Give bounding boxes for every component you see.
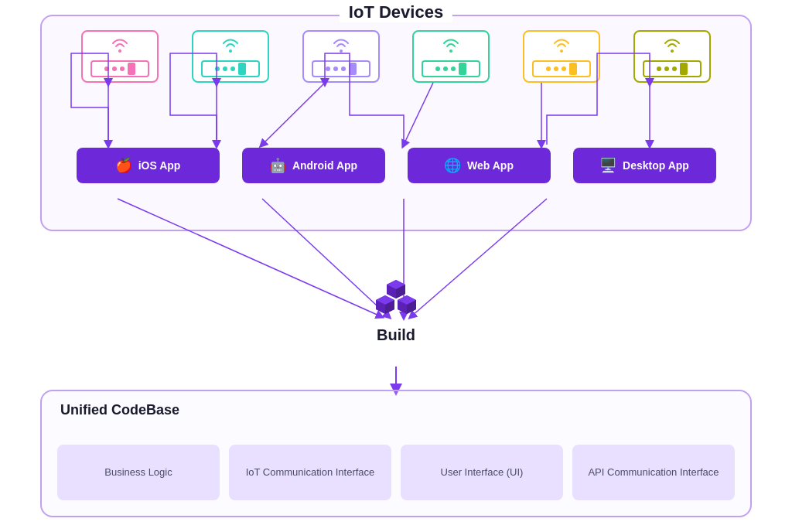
svg-point-4 bbox=[560, 49, 563, 53]
svg-point-3 bbox=[449, 49, 452, 53]
android-app-button[interactable]: 🤖 Android App bbox=[242, 148, 385, 183]
desktop-app-label: Desktop App bbox=[623, 159, 689, 172]
build-section: Build bbox=[371, 274, 421, 344]
device-body-2 bbox=[201, 60, 260, 77]
web-app-label: Web App bbox=[467, 159, 514, 172]
wifi-icon-3 bbox=[329, 36, 353, 57]
svg-point-0 bbox=[118, 49, 121, 53]
apps-row: 🍎 iOS App 🤖 Android App 🌐 Web App 🖥️ Des… bbox=[65, 148, 727, 183]
svg-point-1 bbox=[229, 49, 232, 53]
device-icon-6 bbox=[633, 30, 711, 83]
device-icon-3 bbox=[302, 30, 380, 83]
wifi-icon-6 bbox=[660, 36, 684, 57]
device-body-5 bbox=[532, 60, 591, 77]
web-icon: 🌐 bbox=[444, 157, 461, 174]
device-body-1 bbox=[90, 60, 149, 77]
desktop-app-button[interactable]: 🖥️ Desktop App bbox=[573, 148, 716, 183]
ios-app-button[interactable]: 🍎 iOS App bbox=[77, 148, 220, 183]
codebase-item-iot-communication: IoT Communication Interface bbox=[229, 445, 391, 500]
device-body-4 bbox=[422, 60, 480, 77]
device-icon-1 bbox=[81, 30, 159, 83]
build-icon bbox=[371, 274, 421, 323]
android-icon: 🤖 bbox=[269, 157, 286, 174]
ios-app-label: iOS App bbox=[138, 159, 181, 172]
device-icon-5 bbox=[523, 30, 600, 83]
codebase-item-business-logic: Business Logic bbox=[57, 445, 220, 500]
desktop-icon: 🖥️ bbox=[599, 157, 616, 174]
iot-section: IoT Devices bbox=[40, 15, 752, 231]
wifi-icon-5 bbox=[549, 36, 574, 57]
codebase-item-user-interface: User Interface (UI) bbox=[401, 445, 563, 500]
iot-title: IoT Devices bbox=[340, 2, 452, 22]
codebase-items: Business Logic IoT Communication Interfa… bbox=[57, 445, 735, 500]
svg-point-2 bbox=[340, 49, 343, 53]
device-body-6 bbox=[643, 60, 702, 77]
android-app-label: Android App bbox=[292, 159, 357, 172]
device-icon-4 bbox=[412, 30, 490, 83]
wifi-icon-4 bbox=[439, 36, 463, 57]
device-icon-2 bbox=[192, 30, 269, 83]
svg-point-5 bbox=[671, 49, 674, 53]
wifi-icon-1 bbox=[108, 36, 132, 57]
ios-icon: 🍎 bbox=[115, 157, 132, 174]
devices-row bbox=[65, 30, 727, 83]
diagram-container: IoT Devices bbox=[25, 15, 767, 517]
web-app-button[interactable]: 🌐 Web App bbox=[408, 148, 551, 183]
wifi-icon-2 bbox=[218, 36, 243, 57]
device-body-3 bbox=[312, 60, 370, 77]
codebase-title: Unified CodeBase bbox=[60, 402, 179, 418]
build-label: Build bbox=[377, 326, 415, 344]
codebase-item-api-communication: API Communication Interface bbox=[572, 445, 735, 500]
codebase-section: Unified CodeBase Business Logic IoT Comm… bbox=[40, 390, 752, 517]
